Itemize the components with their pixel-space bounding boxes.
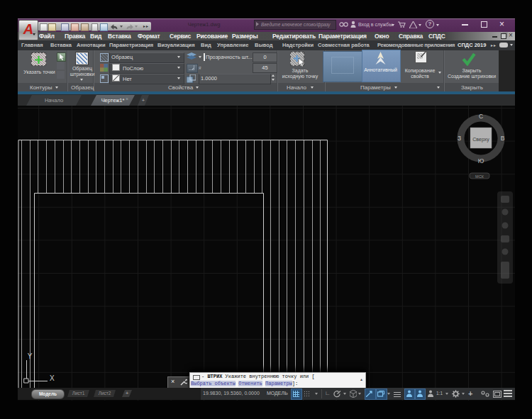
svg-text:В: В	[501, 135, 505, 142]
svg-text:Y: Y	[28, 352, 33, 360]
svg-text:С: С	[479, 113, 483, 120]
svg-text:Сверху: Сверху	[472, 137, 489, 143]
svg-text:З: З	[458, 135, 461, 142]
svg-text:X: X	[50, 374, 55, 382]
svg-text:Ю: Ю	[478, 157, 484, 164]
svg-text:МСК: МСК	[475, 174, 484, 179]
